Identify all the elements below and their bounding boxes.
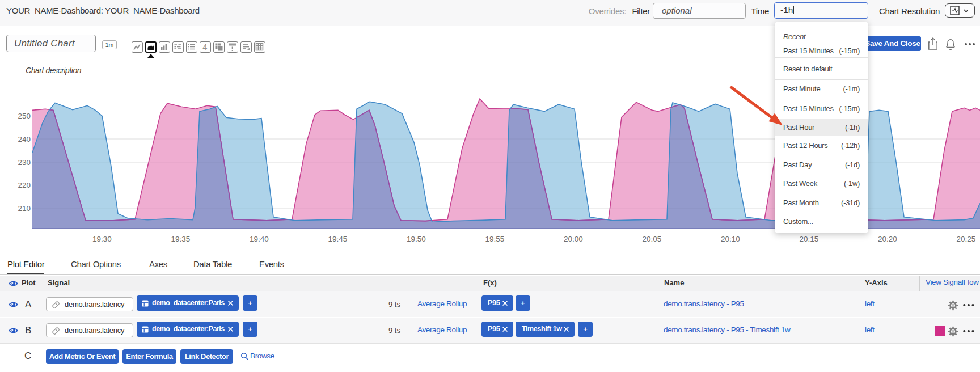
svg-text:20:05: 20:05 (643, 235, 662, 243)
svg-text:19:45: 19:45 (328, 235, 348, 243)
svg-text:20:00: 20:00 (564, 235, 583, 243)
svg-text:220: 220 (18, 181, 31, 189)
svg-text:20:20: 20:20 (878, 235, 897, 243)
svg-text:210: 210 (18, 204, 31, 213)
svg-text:240: 240 (18, 135, 31, 143)
svg-text:20:15: 20:15 (800, 235, 819, 243)
svg-text:19:55: 19:55 (485, 235, 505, 243)
svg-text:20:10: 20:10 (721, 235, 740, 243)
svg-text:19:40: 19:40 (250, 235, 269, 243)
svg-text:4: 4 (202, 43, 207, 52)
svg-text:19:30: 19:30 (92, 235, 112, 243)
svg-text:250: 250 (18, 112, 31, 120)
svg-text:230: 230 (18, 158, 31, 167)
svg-text:19:50: 19:50 (407, 235, 426, 243)
svg-text:19:35: 19:35 (171, 235, 191, 243)
svg-text:20:25: 20:25 (957, 235, 976, 243)
